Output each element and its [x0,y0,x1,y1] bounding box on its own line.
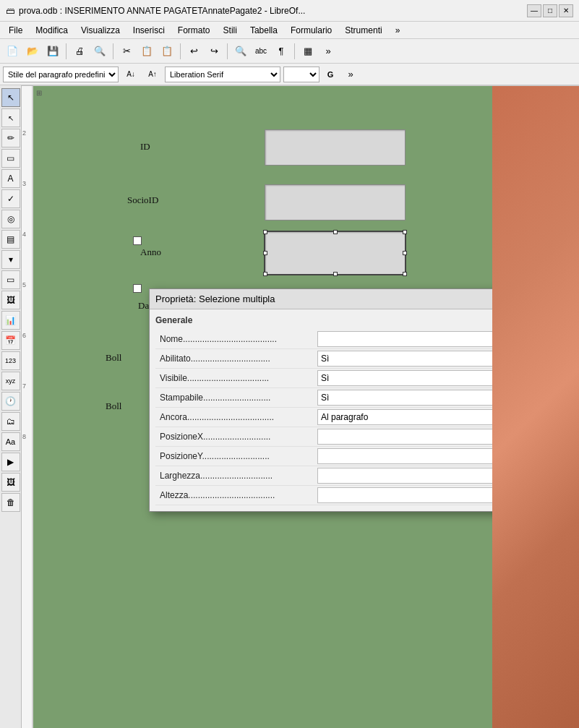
prop-row-posiziooney: PosizioneY............................ ▲… [155,447,492,466]
tb-sep4 [227,43,228,59]
handle-ml[interactable] [263,251,267,255]
tool-select2[interactable]: ↖ [1,108,20,127]
handle-mr[interactable] [403,251,407,255]
prop-select-visibile[interactable]: Sì No [317,370,492,386]
prop-select-stampabile-wrapper: Sì No ▼ [317,390,492,406]
tool-clock[interactable]: 🕐 [1,392,20,411]
handle-br[interactable] [403,272,407,276]
tb-cut[interactable]: ✂ [117,42,136,61]
prop-select-stampabile[interactable]: Sì No [317,390,492,406]
tool-num[interactable]: 123 [1,351,20,370]
menu-visualizza[interactable]: Visualizza [75,24,126,37]
prop-label-abilitato: Abilitato...............................… [155,351,314,366]
prop-value-posizionex: ▲ ▼ [314,427,492,446]
font-size-select[interactable] [283,67,319,82]
tb-find[interactable]: 🔍 [231,42,250,61]
tb-open[interactable]: 📂 [23,42,42,61]
tool-check[interactable]: ✓ [1,189,20,208]
tool-img2[interactable]: 🖼 [1,473,20,492]
tool-play[interactable]: ▶ [1,453,20,471]
prop-spinner-posizionex[interactable] [317,429,492,445]
tb-new[interactable]: 📄 [3,42,22,61]
tool-aa[interactable]: Aa [1,432,20,451]
document-canvas[interactable]: ⊞ ID SocioID Anno [33,86,492,728]
tool-list[interactable]: ▤ [1,230,20,249]
fmt-style-icon[interactable]: A↓ [121,65,140,84]
field-anno-selected[interactable] [264,231,406,275]
menu-stili[interactable]: Stili [218,24,243,37]
tb-paste[interactable]: 📋 [158,42,176,61]
prop-spinner-larghezza[interactable] [317,468,492,484]
menu-strumenti[interactable]: Strumenti [339,24,387,37]
handle-tr[interactable] [403,230,407,234]
prop-select-abilitato-wrapper: Sì No ▼ [317,351,492,367]
tb-para[interactable]: ¶ [272,42,291,61]
handle-tm[interactable] [333,230,338,234]
fmt-more[interactable]: » [341,65,360,84]
menu-inserisci[interactable]: Inserisci [127,24,171,37]
prop-label-visibile: Visibile................................… [155,371,314,385]
fmt-style2-icon[interactable]: A↑ [143,65,162,84]
menu-formato[interactable]: Formato [172,24,216,37]
bold-button[interactable]: G [322,67,338,82]
prop-row-nome: Nome....................................… [155,330,492,349]
tool-delete[interactable]: 🗑 [1,493,20,512]
handle-bm[interactable] [333,272,338,276]
handle-tl[interactable] [263,230,267,234]
tb-table[interactable]: ▦ [299,42,317,61]
label-boll2: Boll [106,401,121,412]
tool-image[interactable]: 🖼 [1,291,20,309]
content-area: 2 3 4 5 6 7 8 ⊞ ID SocioID [22,86,579,728]
field-socioid[interactable] [265,184,406,220]
tb-print[interactable]: 🖨 [70,42,89,61]
menu-modifica[interactable]: Modifica [30,24,74,37]
prop-spinner-posiziooney[interactable] [317,448,492,464]
label-id: ID [140,141,150,153]
menu-tabella[interactable]: Tabella [244,24,283,37]
tool-nav[interactable]: 🗂 [1,412,20,431]
tool-xyz[interactable]: xyz [1,372,20,390]
prop-input-nome[interactable] [317,331,492,347]
prop-value-posiziooney: ▲ ▼ [314,447,492,466]
tb-copy[interactable]: 📋 [137,42,156,61]
paragraph-style-select[interactable]: Stile del paragrafo predefini [3,67,119,82]
tb-redo[interactable]: ↪ [205,42,223,61]
tool-combo[interactable]: ▾ [1,250,20,269]
ruler-container: // We'll draw ticks via CSS background i… [22,85,579,728]
field-id[interactable] [265,129,406,166]
checkbox-anno2[interactable] [133,284,142,293]
tool-chart[interactable]: 📊 [1,311,20,330]
close-button[interactable]: ✕ [559,4,573,17]
prop-row-stampabile: Stampabile............................ S… [155,388,492,408]
tb-preview[interactable]: 🔍 [90,42,109,61]
tb-sep5 [294,43,295,59]
tool-text[interactable]: A [1,169,20,188]
prop-spinner-altezza[interactable] [317,487,492,503]
prop-select-ancora[interactable]: Al paragrafo Alla pagina Al carattere Co… [317,409,492,425]
tb-undo[interactable]: ↩ [184,42,203,61]
menu-formulario[interactable]: Formulario [285,24,338,37]
minimize-button[interactable]: — [527,4,541,17]
tool-radio[interactable]: ◎ [1,210,20,228]
prop-spinner-altezza-wrapper: ▲ ▼ [317,487,492,503]
tool-button[interactable]: ▭ [1,270,20,289]
handle-bl[interactable] [263,272,267,276]
font-select[interactable]: Liberation Serif [165,67,280,82]
tool-date[interactable]: 📅 [1,331,20,350]
prop-value-abilitato: Sì No ▼ [314,349,492,368]
props-title-bar: Proprietà: Selezione multipla ✕ [150,289,492,309]
tool-rect[interactable]: ▭ [1,149,20,168]
prop-select-abilitato[interactable]: Sì No [317,351,492,367]
tb-spellcheck[interactable]: abc [252,42,270,61]
prop-value-ancora: Al paragrafo Alla pagina Al carattere Co… [314,408,492,427]
tool-draw[interactable]: ✏ [1,129,20,147]
maximize-button[interactable]: □ [543,4,557,17]
app-icon: 🗃 [6,6,14,16]
tool-select[interactable]: ↖ [1,88,20,107]
menu-more[interactable]: » [390,24,406,37]
tb-save[interactable]: 💾 [43,42,62,61]
checkbox-anno1[interactable] [133,236,142,245]
tb-more[interactable]: » [319,42,338,61]
right-photo-panel [492,86,579,728]
menu-file[interactable]: File [3,24,28,37]
